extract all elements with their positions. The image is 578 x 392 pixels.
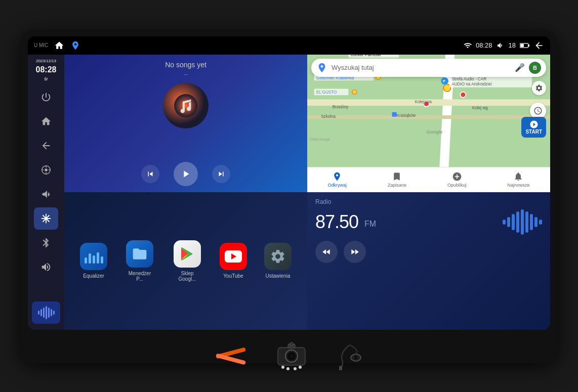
eq-bar-2 — [89, 253, 91, 264]
waveform-display — [38, 306, 55, 319]
radio-icon — [40, 164, 52, 176]
map-user-avatar[interactable]: B — [529, 62, 541, 74]
wm-bar-7 — [53, 311, 55, 315]
wm-bar-5 — [48, 308, 50, 318]
volume-icon — [497, 41, 505, 50]
radio-frequency-display: 87.50 — [315, 211, 358, 233]
yt-play-button — [225, 250, 242, 263]
map-nav-discover[interactable]: Odkrywaj — [327, 171, 347, 188]
map-search-text[interactable]: Wyszukaj tutaj — [332, 64, 511, 71]
svg-text:EL'GUSTO: EL'GUSTO — [316, 90, 337, 95]
svg-text:AUDIO na Androidzie!: AUDIO na Androidzie! — [451, 82, 492, 86]
radio-band-display: FM — [364, 220, 376, 229]
wifi-icon — [464, 41, 472, 50]
music-album-art — [163, 83, 209, 128]
google-maps-logo — [316, 62, 327, 73]
map-nav-updates-label: Najnowsze — [507, 183, 529, 188]
svg-rect-2 — [520, 44, 524, 47]
sidebar-item-vol-up[interactable] — [34, 256, 58, 278]
wave-bar-2 — [507, 217, 510, 227]
wave-bar-6 — [525, 211, 528, 233]
app-item-youtube[interactable]: YouTube — [220, 243, 247, 279]
sidebar-item-bluetooth[interactable] — [34, 232, 58, 254]
map-settings-icon — [535, 84, 543, 92]
map-nav-contribute-label: Opublikuj — [447, 183, 467, 188]
sidebar-date: 2023/12/13 — [36, 59, 56, 64]
file-manager-app-icon — [126, 240, 153, 268]
map-search-bar[interactable]: Wyszukaj tutaj 🎤 B — [311, 59, 546, 77]
map-mic-icon[interactable]: 🎤 — [515, 63, 525, 72]
svg-text:Google: Google — [426, 129, 443, 135]
map-settings-button[interactable] — [532, 81, 546, 95]
app-item-play-store[interactable]: Sklep Googl... — [172, 240, 202, 282]
eq-bar-3 — [93, 255, 95, 264]
radio-panel: Radio 87.50 FM — [307, 192, 550, 330]
radio-controls — [315, 241, 542, 263]
wm-bar-4 — [46, 306, 47, 319]
yt-triangle-icon — [231, 253, 236, 259]
map-nav-saved[interactable]: Zapisane — [388, 171, 406, 188]
equalizer-app-icon — [80, 243, 107, 270]
svg-point-57 — [290, 342, 293, 345]
map-compass[interactable] — [530, 103, 546, 119]
wave-bar-7 — [530, 214, 533, 230]
time-display: 08:28 — [476, 41, 492, 49]
wave-bar-4 — [516, 211, 519, 233]
sidebar-item-back[interactable] — [34, 135, 58, 157]
play-button[interactable] — [174, 162, 198, 186]
radio-rewind-button[interactable] — [315, 241, 338, 263]
home-status-icon — [54, 40, 64, 51]
content-area: No songs yet -- — [64, 55, 550, 330]
start-label: START — [525, 129, 542, 135]
map-bg: Bunker Paintball U DIDI SCROLL Gościniec… — [307, 55, 550, 192]
sidebar-mic-widget[interactable] — [32, 301, 60, 324]
app-item-file-manager[interactable]: Menedżer P... — [125, 240, 155, 282]
map-bottom-nav: Odkrywaj Zapisane Opublikuj — [307, 167, 550, 192]
back-icon[interactable] — [534, 40, 544, 51]
music-controls — [70, 162, 301, 186]
svg-point-54 — [294, 367, 297, 370]
svg-text:Brzeźiny: Brzeźiny — [333, 105, 349, 109]
next-button[interactable] — [212, 165, 230, 183]
map-panel[interactable]: Bunker Paintball U DIDI SCROLL Gościniec… — [307, 55, 550, 192]
status-left: U MIC — [34, 40, 80, 51]
contribute-icon — [452, 171, 462, 182]
svg-point-51 — [290, 354, 294, 358]
prev-button[interactable] — [141, 165, 159, 183]
map-nav-updates[interactable]: Najnowsze — [507, 171, 529, 188]
wm-bar-3 — [43, 308, 45, 318]
youtube-app-icon — [220, 243, 247, 270]
sidebar-item-settings[interactable] — [34, 207, 58, 230]
sidebar-day: śr — [44, 76, 48, 82]
play-store-icon — [179, 246, 195, 262]
pry-tools-icon — [213, 346, 249, 366]
eq-bar-1 — [85, 257, 87, 264]
svg-text:Strefa Audio - CAR: Strefa Audio - CAR — [451, 77, 486, 81]
equalizer-label: Equalizer — [83, 273, 104, 279]
map-nav-discover-label: Odkrywaj — [327, 183, 347, 188]
sidebar-item-vol-down[interactable] — [34, 183, 58, 205]
apps-panel: Equalizer Menedżer P... — [64, 192, 307, 330]
wm-bar-2 — [40, 309, 42, 316]
svg-rect-1 — [528, 44, 530, 46]
svg-point-60 — [354, 356, 358, 360]
app-item-equalizer[interactable]: Equalizer — [80, 243, 107, 279]
app-item-settings[interactable]: Ustawienia — [264, 243, 292, 279]
map-nav-contribute[interactable]: Opublikuj — [447, 171, 467, 188]
status-bar: U MIC 08:28 18 — [28, 36, 550, 55]
svg-rect-58 — [339, 366, 342, 370]
youtube-label: YouTube — [223, 273, 243, 279]
battery-level: 18 — [509, 41, 516, 49]
start-button[interactable]: START — [521, 117, 546, 138]
svg-point-53 — [286, 367, 290, 370]
bluetooth-icon — [40, 237, 52, 248]
sidebar-item-home[interactable] — [34, 110, 58, 133]
sidebar: 2023/12/13 08:28 śr — [28, 55, 64, 330]
volume-minus-icon — [40, 189, 52, 200]
sidebar-item-radio[interactable] — [34, 159, 58, 181]
back-nav-icon — [40, 140, 52, 151]
sidebar-item-power[interactable] — [34, 86, 58, 108]
wave-bar-1 — [503, 220, 506, 225]
radio-forward-button[interactable] — [344, 241, 366, 263]
device-screen: U MIC 08:28 18 2023/12/13 08:28 — [28, 36, 550, 330]
